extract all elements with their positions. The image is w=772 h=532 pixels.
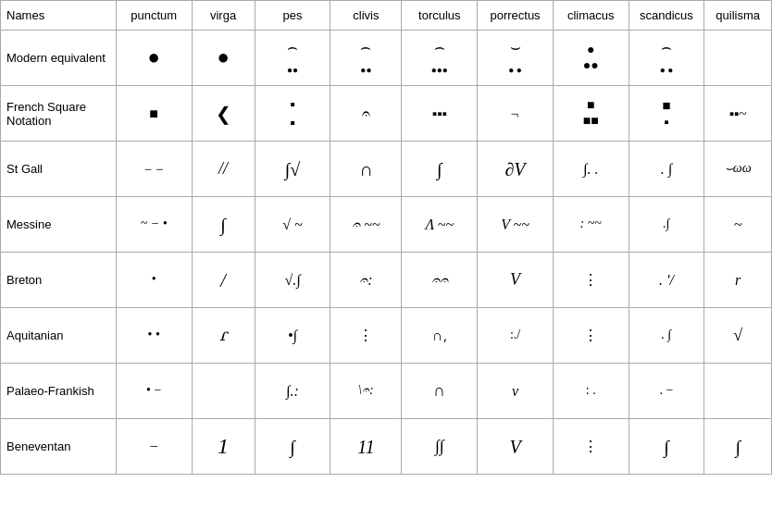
cell-breton-climacus: ⋮ bbox=[553, 253, 629, 308]
cell-breton-virga: / bbox=[192, 253, 255, 308]
col-header-climacus: climacus bbox=[553, 1, 629, 31]
cell-messine-punctum: ~ − • bbox=[116, 197, 192, 253]
cell-benv-torculus: ∫∫ bbox=[402, 419, 478, 475]
cell-pf-punctum: • − bbox=[116, 364, 192, 419]
col-header-virga: virga bbox=[192, 1, 255, 31]
cell-aquit-clivis: ⋮ bbox=[330, 308, 402, 364]
cell-modern-pes: ⌢●● bbox=[255, 31, 330, 86]
row-label-breton: Breton bbox=[1, 253, 117, 308]
cell-messine-porrectus: V ~~ bbox=[478, 197, 554, 253]
cell-benv-punctum: − bbox=[116, 419, 192, 475]
cell-pf-clivis: \𝄐: bbox=[330, 364, 402, 419]
cell-benv-pes: ∫ bbox=[255, 419, 330, 475]
cell-pf-pes: ∫.: bbox=[255, 364, 330, 419]
cell-pf-virga bbox=[192, 364, 255, 419]
cell-modern-clivis: ⌢●● bbox=[330, 31, 402, 86]
table-row-stgall: St Gall − − // ∫√ ∩ ∫ ∂V ∫. . . ∫ ⌣ωω bbox=[1, 142, 772, 197]
table-row-modern: Modern equivalent ● ● ⌢●● ⌢●● ⌢●●● ⌣● ● … bbox=[1, 31, 772, 86]
cell-breton-clivis: 𝄐: bbox=[330, 253, 402, 308]
table-row-breton: Breton • / √.∫ 𝄐: 𝄐𝄐 V ⋮ . '/ r bbox=[1, 253, 772, 308]
cell-modern-quilisma bbox=[704, 31, 772, 86]
cell-messine-scandicus: .∫ bbox=[629, 197, 704, 253]
cell-french-scandicus: ■▪ bbox=[629, 86, 704, 142]
cell-modern-punctum: ● bbox=[116, 31, 192, 86]
cell-pf-climacus: : . bbox=[553, 364, 629, 419]
cell-pf-torculus: ∩ bbox=[402, 364, 478, 419]
col-header-clivis: clivis bbox=[330, 1, 402, 31]
cell-breton-torculus: 𝄐𝄐 bbox=[402, 253, 478, 308]
cell-benv-scandicus: ∫ bbox=[629, 419, 704, 475]
cell-benv-virga: 1 bbox=[192, 419, 255, 475]
cell-aquit-punctum: • • bbox=[116, 308, 192, 364]
cell-french-climacus: ■■■ bbox=[553, 86, 629, 142]
cell-messine-torculus: Λ ~~ bbox=[402, 197, 478, 253]
cell-stgall-pes: ∫√ bbox=[255, 142, 330, 197]
table-row-messine: Messine ~ − • ∫ √ ~ 𝄐 ~~ Λ ~~ V ~~ : ~~ … bbox=[1, 197, 772, 253]
row-label-french: French SquareNotation bbox=[1, 86, 117, 142]
cell-messine-climacus: : ~~ bbox=[553, 197, 629, 253]
cell-french-virga: ❮ bbox=[192, 86, 255, 142]
row-label-messine: Messine bbox=[1, 197, 117, 253]
cell-messine-quilisma: ~ bbox=[704, 197, 772, 253]
cell-breton-pes: √.∫ bbox=[255, 253, 330, 308]
cell-pf-quilisma bbox=[704, 364, 772, 419]
table-header-row: Names punctum virga pes clivis torculus … bbox=[1, 1, 772, 31]
row-label-palaeofrankish: Palaeo-Frankish bbox=[1, 364, 117, 419]
cell-modern-climacus: ●●● bbox=[553, 31, 629, 86]
col-header-scandicus: scandicus bbox=[629, 1, 704, 31]
cell-french-clivis: 𝄐 bbox=[330, 86, 402, 142]
cell-aquit-torculus: ∩ˌ bbox=[402, 308, 478, 364]
col-header-torculus: torculus bbox=[402, 1, 478, 31]
cell-stgall-torculus: ∫ bbox=[402, 142, 478, 197]
cell-benv-porrectus: V bbox=[478, 419, 554, 475]
cell-breton-scandicus: . '/ bbox=[629, 253, 704, 308]
row-label-aquitanian: Aquitanian bbox=[1, 308, 117, 364]
col-header-quilisma: quilisma bbox=[704, 1, 772, 31]
col-header-punctum: punctum bbox=[116, 1, 192, 31]
notation-table-wrapper: Names punctum virga pes clivis torculus … bbox=[0, 0, 772, 475]
col-header-pes: pes bbox=[255, 1, 330, 31]
cell-modern-torculus: ⌢●●● bbox=[402, 31, 478, 86]
cell-french-torculus: ▪▪▪ bbox=[402, 86, 478, 142]
cell-modern-porrectus: ⌣● ● bbox=[478, 31, 554, 86]
row-label-modern: Modern equivalent bbox=[1, 31, 117, 86]
cell-stgall-punctum: − − bbox=[116, 142, 192, 197]
cell-modern-scandicus: ⌢● ● bbox=[629, 31, 704, 86]
cell-breton-porrectus: V bbox=[478, 253, 554, 308]
cell-stgall-climacus: ∫. . bbox=[553, 142, 629, 197]
cell-stgall-clivis: ∩ bbox=[330, 142, 402, 197]
table-row-french: French SquareNotation ■ ❮ ▪▪ 𝄐 ▪▪▪ ⌐ ■■■… bbox=[1, 86, 772, 142]
cell-french-porrectus: ⌐ bbox=[478, 86, 554, 142]
cell-aquit-pes: •∫ bbox=[255, 308, 330, 364]
table-row-aquitanian: Aquitanian • • ɾ •∫ ⋮ ∩ˌ :./ ⋮ . ∫ √ bbox=[1, 308, 772, 364]
cell-french-pes: ▪▪ bbox=[255, 86, 330, 142]
cell-messine-clivis: 𝄐 ~~ bbox=[330, 197, 402, 253]
cell-messine-virga: ∫ bbox=[192, 197, 255, 253]
cell-benv-clivis: 11 bbox=[330, 419, 402, 475]
cell-modern-virga: ● bbox=[192, 31, 255, 86]
row-label-beneventan: Beneventan bbox=[1, 419, 117, 475]
cell-stgall-porrectus: ∂V bbox=[478, 142, 554, 197]
cell-benv-climacus: ⋮ bbox=[553, 419, 629, 475]
row-label-stgall: St Gall bbox=[1, 142, 117, 197]
cell-stgall-virga: // bbox=[192, 142, 255, 197]
table-row-palaeofrankish: Palaeo-Frankish • − ∫.: \𝄐: ∩ v : . . − bbox=[1, 364, 772, 419]
cell-french-quilisma: ▪▪~ bbox=[704, 86, 772, 142]
cell-benv-quilisma: ∫ bbox=[704, 419, 772, 475]
cell-french-punctum: ■ bbox=[116, 86, 192, 142]
cell-aquit-climacus: ⋮ bbox=[553, 308, 629, 364]
cell-pf-porrectus: v bbox=[478, 364, 554, 419]
cell-stgall-quilisma: ⌣ωω bbox=[704, 142, 772, 197]
col-header-names: Names bbox=[1, 1, 117, 31]
cell-messine-pes: √ ~ bbox=[255, 197, 330, 253]
cell-aquit-virga: ɾ bbox=[192, 308, 255, 364]
cell-aquit-porrectus: :./ bbox=[478, 308, 554, 364]
cell-stgall-scandicus: . ∫ bbox=[629, 142, 704, 197]
cell-aquit-scandicus: . ∫ bbox=[629, 308, 704, 364]
col-header-porrectus: porrectus bbox=[478, 1, 554, 31]
cell-breton-punctum: • bbox=[116, 253, 192, 308]
cell-aquit-quilisma: √ bbox=[704, 308, 772, 364]
cell-breton-quilisma: r bbox=[704, 253, 772, 308]
table-row-beneventan: Beneventan − 1 ∫ 11 ∫∫ V ⋮ ∫ ∫ bbox=[1, 419, 772, 475]
neume-notation-table: Names punctum virga pes clivis torculus … bbox=[0, 0, 772, 475]
